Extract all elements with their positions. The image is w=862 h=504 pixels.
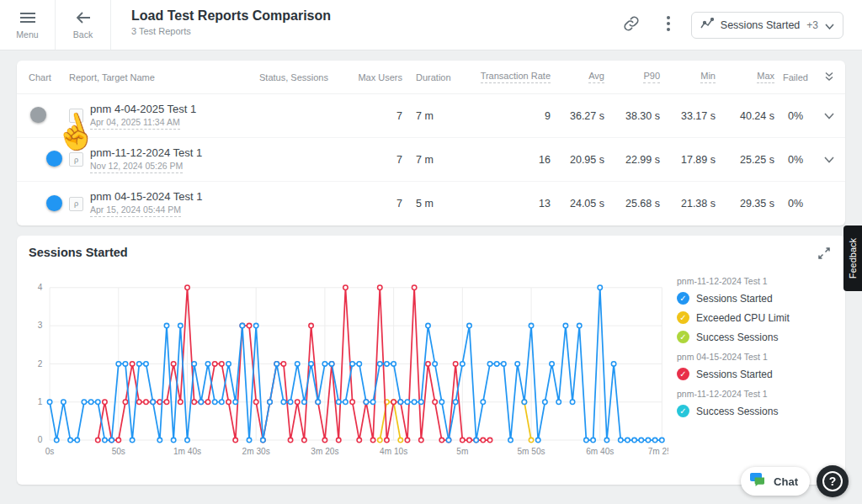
- more-options-button[interactable]: [654, 11, 683, 40]
- avg-value: 36.27 s: [551, 110, 604, 122]
- max-value: 40.24 s: [716, 110, 774, 122]
- line-chart[interactable]: 0s50s1m 40s2m 30s3m 20s4m 10s5m5m 50s6m …: [29, 269, 668, 478]
- double-chevron-down-icon: [824, 72, 834, 82]
- max-users-value: 7: [349, 198, 402, 210]
- svg-text:7m 25s: 7m 25s: [648, 447, 668, 456]
- page-subtitle: 3 Test Reports: [131, 26, 331, 36]
- back-button[interactable]: Back: [56, 0, 111, 50]
- col-max[interactable]: Max: [716, 71, 774, 83]
- min-value: 21.38 s: [660, 198, 716, 210]
- metric-selector-value: Sessions Started: [721, 19, 801, 31]
- svg-text:2: 2: [38, 359, 43, 369]
- table-header-row: Chart Report, Target Name Status, Sessio…: [17, 61, 845, 94]
- legend-item[interactable]: ✓ Sessions Started: [677, 292, 833, 305]
- col-p90[interactable]: P90: [604, 71, 660, 83]
- col-transaction-rate[interactable]: Transaction Rate: [470, 71, 551, 83]
- p90-value: 25.68 s: [604, 198, 660, 210]
- check-circle-icon: ✓: [677, 292, 689, 305]
- avg-value: 20.95 s: [551, 154, 604, 166]
- line-chart-icon: [700, 18, 714, 33]
- kebab-icon: [667, 16, 670, 34]
- report-favicon: ρ: [69, 109, 83, 123]
- legend-item[interactable]: ✓ Exceeded CPU Limit: [677, 311, 833, 324]
- duration-value: 7 m: [402, 154, 470, 166]
- help-button[interactable]: ?: [817, 465, 849, 497]
- legend-report-name: pnm 04-15-2024 Test 1: [677, 352, 833, 362]
- menu-button[interactable]: Menu: [0, 0, 56, 50]
- svg-text:6m 40s: 6m 40s: [586, 447, 614, 456]
- row-expand-button[interactable]: [817, 154, 842, 166]
- report-name-link[interactable]: pnm 4-04-2025 Test 1: [90, 103, 196, 115]
- legend-item[interactable]: ✓ Success Sessions: [677, 331, 833, 343]
- transaction-rate-value: 9: [470, 110, 551, 122]
- min-value: 33.17 s: [660, 110, 716, 122]
- report-date: Apr 04, 2025 11:34 AM: [90, 117, 180, 130]
- avg-value: 24.05 s: [551, 198, 604, 210]
- chat-bubble-icon: [749, 472, 768, 491]
- legend-item[interactable]: ✓ Sessions Started: [677, 368, 833, 380]
- back-label: Back: [73, 29, 93, 40]
- svg-text:4: 4: [38, 283, 43, 292]
- svg-text:1: 1: [38, 397, 43, 406]
- svg-text:50s: 50s: [112, 447, 125, 456]
- legend-report-name: pnm-11-12-2024 Test 1: [677, 389, 833, 399]
- check-circle-icon: ✓: [677, 311, 689, 324]
- table-row: ρ pnm 4-04-2025 Test 1 Apr 04, 2025 11:3…: [17, 94, 845, 138]
- legend-item[interactable]: ✓ Success Sessions: [677, 405, 833, 417]
- svg-text:2m 30s: 2m 30s: [242, 447, 270, 456]
- title-block: Load Test Reports Comparison 3 Test Repo…: [111, 0, 331, 50]
- p90-value: 38.30 s: [604, 110, 660, 122]
- metric-selector-extra-count: +3: [806, 19, 818, 31]
- duration-value: 7 m: [402, 110, 470, 122]
- col-status: Status, Sessions: [259, 72, 349, 82]
- hamburger-icon: [20, 11, 35, 26]
- col-duration: Duration: [402, 72, 470, 82]
- transaction-rate-value: 13: [470, 198, 551, 210]
- report-name-link[interactable]: pnm-11-12-2024 Test 1: [90, 146, 202, 159]
- check-circle-icon: ✓: [677, 405, 689, 417]
- chevron-down-icon: [825, 18, 834, 33]
- expand-all-button[interactable]: [817, 72, 842, 83]
- col-max-users: Max Users: [349, 72, 402, 82]
- chat-button[interactable]: Chat: [741, 467, 810, 496]
- failed-value: 0%: [774, 198, 817, 210]
- report-favicon: ρ: [69, 197, 83, 211]
- chart-legend: pnm-11-12-2024 Test 1 ✓ Sessions Started…: [668, 269, 833, 478]
- chart-expand-button[interactable]: [815, 246, 833, 264]
- transaction-rate-value: 16: [470, 154, 551, 166]
- chevron-down-icon: [824, 157, 834, 163]
- reports-table-card: Chart Report, Target Name Status, Sessio…: [17, 61, 845, 225]
- svg-text:0s: 0s: [45, 447, 55, 456]
- svg-text:5m 50s: 5m 50s: [517, 447, 545, 456]
- col-failed: Failed: [774, 72, 817, 82]
- col-avg[interactable]: Avg: [551, 71, 604, 83]
- back-arrow-icon: [76, 11, 91, 26]
- col-min[interactable]: Min: [660, 71, 716, 83]
- report-name-link[interactable]: pnm 04-15-2024 Test 1: [90, 190, 202, 203]
- page-title: Load Test Reports Comparison: [131, 8, 331, 24]
- chart-title: Sessions Started: [29, 246, 128, 259]
- feedback-tab[interactable]: Feedback: [843, 225, 862, 291]
- col-chart: Chart: [29, 72, 69, 82]
- check-circle-icon: ✓: [677, 331, 689, 343]
- max-users-value: 7: [349, 110, 402, 122]
- table-row: ρ pnm 04-15-2024 Test 1 Apr 15, 2024 05:…: [17, 182, 845, 225]
- svg-text:1m 40s: 1m 40s: [173, 447, 201, 456]
- link-icon: [623, 15, 640, 35]
- svg-text:4m 10s: 4m 10s: [380, 447, 407, 456]
- svg-text:3m 20s: 3m 20s: [311, 447, 338, 456]
- svg-text:3: 3: [38, 321, 43, 330]
- top-bar: Menu Back Load Test Reports Comparison 3…: [0, 0, 862, 50]
- svg-text:0: 0: [38, 435, 43, 444]
- report-date: Apr 15, 2024 05:44 PM: [90, 204, 181, 217]
- share-link-button[interactable]: [617, 11, 646, 40]
- max-value: 29.35 s: [716, 198, 774, 210]
- failed-value: 0%: [774, 154, 817, 166]
- row-expand-button[interactable]: [817, 110, 842, 122]
- metric-selector-dropdown[interactable]: Sessions Started +3: [691, 12, 843, 39]
- check-circle-icon: ✓: [677, 368, 689, 380]
- menu-label: Menu: [16, 29, 38, 40]
- sessions-started-chart-card: Sessions Started 0s50s1m 40s2m 30s3m 20s…: [17, 236, 845, 485]
- svg-text:5m: 5m: [456, 447, 468, 456]
- report-date: Nov 12, 2024 05:26 PM: [90, 161, 183, 173]
